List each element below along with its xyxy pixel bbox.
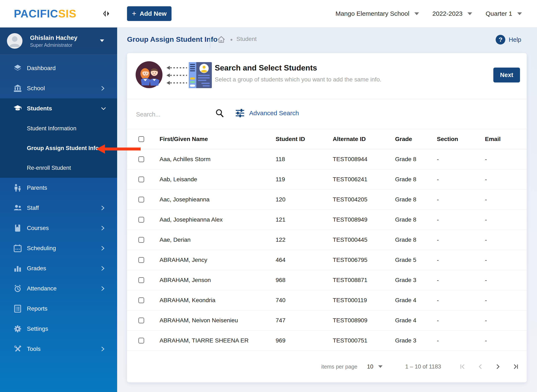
row-checkbox[interactable] [138, 297, 144, 303]
row-checkbox[interactable] [138, 317, 144, 323]
cell-student-id: 122 [276, 237, 333, 243]
column-header[interactable]: Email [485, 136, 527, 142]
table-row[interactable]: Aae, Derian 122 TEST000445 Grade 8 - - [127, 230, 527, 250]
sidebar-item-group-assign-student-info[interactable]: Group Assign Student Info [0, 138, 117, 158]
sidebar-collapse-icon[interactable] [102, 10, 111, 17]
app-logo: PACIFICSIS [14, 7, 76, 20]
chevron-down-icon [100, 39, 104, 42]
row-checkbox[interactable] [138, 237, 144, 243]
cell-alternate-id: TEST000445 [333, 237, 395, 243]
chevron-right-icon [101, 85, 105, 91]
bar-chart-icon [14, 264, 22, 273]
sidebar-item-students[interactable]: Students [0, 98, 117, 119]
sidebar-item-re-enroll-student[interactable]: Re-enroll Student [0, 158, 117, 178]
table-row[interactable]: Aab, Leisande 119 TEST006241 Grade 8 - - [127, 170, 527, 190]
cell-name: Aae, Derian [160, 237, 276, 243]
previous-page-button[interactable] [477, 363, 484, 370]
plus-icon: + [132, 10, 136, 17]
table-row[interactable]: ABRAHAM, TIARRE SHEENA ER 969 TEST000751… [127, 331, 527, 351]
sidebar-item-parents[interactable]: Parents [0, 178, 117, 198]
search-select-card: Search and Select Students Select a grou… [127, 53, 527, 382]
cell-section: - [437, 156, 485, 163]
sidebar-item-attendance[interactable]: Attendance [0, 279, 117, 299]
students-card-illustration [135, 59, 212, 91]
user-menu[interactable]: Ghislain Hachey Super Administrator [0, 27, 117, 55]
school-selector[interactable]: Mango Elementary School [335, 10, 419, 17]
home-icon[interactable] [217, 35, 226, 44]
graduation-cap-icon [14, 104, 22, 113]
column-header[interactable]: Section [437, 136, 485, 142]
table-header: First/Given Name Student ID Alternate ID… [127, 129, 527, 149]
cell-student-id: 969 [276, 337, 333, 344]
row-checkbox[interactable] [138, 156, 144, 162]
calendar-icon [14, 244, 22, 252]
sidebar-item-school[interactable]: School [0, 78, 117, 98]
book-icon [14, 224, 22, 232]
quarter-selector[interactable]: Quarter 1 [485, 10, 522, 17]
page-range: 1 – 10 of 1183 [405, 364, 441, 370]
cell-section: - [437, 216, 485, 223]
table-row[interactable]: ABRAHAM, Jency 464 TEST006795 Grade 5 - … [127, 250, 527, 270]
cell-email: - [485, 237, 527, 243]
cell-alternate-id: TEST008871 [333, 277, 395, 284]
row-checkbox[interactable] [138, 338, 144, 344]
cell-student-id: 740 [276, 297, 333, 304]
sidebar-item-settings[interactable]: Settings [0, 319, 117, 339]
column-header[interactable]: Grade [395, 136, 437, 142]
next-page-button[interactable] [494, 363, 502, 370]
page-title: Group Assign Student Info [127, 35, 217, 43]
sidebar-item-student-information[interactable]: Student Information [0, 119, 117, 138]
next-button[interactable]: Next [493, 68, 520, 83]
chevron-right-icon [101, 346, 105, 352]
cell-name: Aac, Josephieanna [160, 196, 276, 203]
last-page-button[interactable] [512, 363, 519, 370]
page-size-select[interactable]: 10 [367, 364, 382, 370]
cell-alternate-id: TEST008909 [333, 317, 395, 324]
tune-filter-icon[interactable] [235, 108, 245, 118]
add-new-button[interactable]: + Add New [127, 6, 171, 21]
search-input[interactable] [136, 108, 212, 120]
chevron-down-icon [467, 12, 472, 15]
cell-email: - [485, 196, 527, 203]
year-selector[interactable]: 2022-2023 [433, 10, 472, 17]
gear-icon [14, 325, 22, 333]
sidebar-item-tools[interactable]: Tools [0, 339, 117, 359]
sidebar-item-dashboard[interactable]: Dashboard [0, 58, 117, 78]
row-checkbox[interactable] [138, 177, 144, 182]
column-header[interactable]: First/Given Name [160, 136, 276, 142]
sidebar-item-staff[interactable]: Staff [0, 198, 117, 218]
breadcrumb[interactable]: Student [236, 36, 257, 42]
sidebar-item-reports[interactable]: Reports [0, 299, 117, 319]
cell-name: ABRAHAM, Jenson [160, 277, 276, 284]
cell-grade: Grade 8 [395, 216, 437, 223]
cell-grade: Grade 8 [395, 237, 437, 243]
chevron-down-icon [415, 12, 419, 15]
column-header[interactable]: Student ID [276, 136, 333, 142]
sidebar-item-scheduling[interactable]: Scheduling [0, 238, 117, 258]
table-row[interactable]: ABRAHAM, Jenson 968 TEST008871 Grade 3 -… [127, 270, 527, 290]
sidebar: Ghislain Hachey Super Administrator Dash… [0, 27, 117, 392]
cell-alternate-id: TEST006795 [333, 257, 395, 263]
select-all-checkbox[interactable] [138, 136, 144, 142]
user-name: Ghislain Hachey [30, 33, 77, 42]
row-checkbox[interactable] [138, 257, 144, 263]
row-checkbox[interactable] [138, 217, 144, 223]
first-page-button[interactable] [459, 363, 466, 370]
column-header[interactable]: Alternate ID [333, 136, 395, 142]
cell-alternate-id: TEST004205 [333, 196, 395, 203]
table-row[interactable]: ABRAHAM, Keondria 740 TEST000119 Grade 4… [127, 290, 527, 311]
table-row[interactable]: ABRAHAM, Neivon Neisenieu 747 TEST008909… [127, 311, 527, 331]
cell-name: ABRAHAM, TIARRE SHEENA ER [160, 337, 276, 344]
sidebar-item-grades[interactable]: Grades [0, 258, 117, 279]
row-checkbox[interactable] [138, 197, 144, 202]
table-row[interactable]: Aaa, Achilles Storm 118 TEST008944 Grade… [127, 149, 527, 170]
table-row[interactable]: Aac, Josephieanna 120 TEST004205 Grade 8… [127, 190, 527, 210]
sidebar-item-courses[interactable]: Courses [0, 218, 117, 238]
page-header: Group Assign Student Info Student ? Help [117, 27, 537, 53]
row-checkbox[interactable] [138, 277, 144, 283]
table-row[interactable]: Aad, Josephieanna Alex 121 TEST008949 Gr… [127, 210, 527, 230]
advanced-search-link[interactable]: Advanced Search [249, 110, 299, 117]
help-button[interactable]: ? Help [496, 35, 521, 44]
search-icon[interactable] [215, 108, 225, 118]
cell-email: - [485, 337, 527, 344]
